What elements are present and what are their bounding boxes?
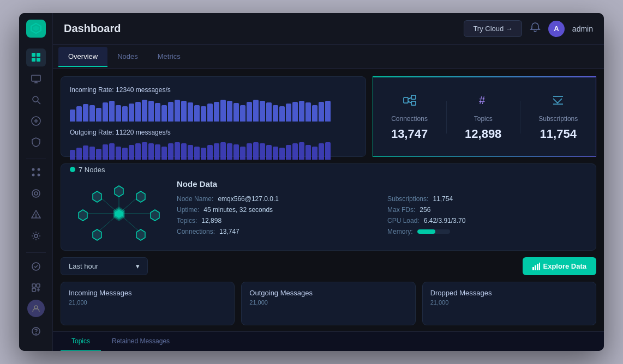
- nodes-left-panel: 7 Nodes: [70, 166, 168, 249]
- tab-overview[interactable]: Overview: [58, 47, 107, 67]
- svg-rect-3: [37, 53, 40, 57]
- bar: [76, 106, 82, 122]
- bar: [312, 147, 318, 160]
- incoming-messages-value: 21,000: [69, 299, 226, 306]
- try-cloud-button[interactable]: Try Cloud →: [464, 20, 522, 37]
- bar: [319, 143, 324, 160]
- sidebar-item-settings[interactable]: [26, 227, 46, 245]
- cpu-load-field: CPU Load: 6.42/3.91/3.70: [387, 217, 587, 225]
- try-cloud-label: Try Cloud →: [473, 25, 512, 33]
- bar: [161, 147, 167, 160]
- outgoing-bar-chart: [70, 142, 357, 160]
- sidebar-item-plugins[interactable]: [26, 278, 46, 296]
- bar: [325, 101, 331, 122]
- svg-marker-44: [115, 186, 123, 197]
- bar: [299, 101, 304, 122]
- svg-rect-4: [32, 58, 35, 62]
- time-selector[interactable]: Last hour ▾: [61, 257, 148, 275]
- sidebar-item-dashboard[interactable]: [26, 48, 46, 66]
- subscriptions-value: 11,754: [540, 127, 577, 141]
- sidebar: [19, 13, 53, 351]
- bar: [279, 148, 285, 160]
- bar: [155, 103, 160, 122]
- nodes-card: 7 Nodes: [61, 163, 596, 251]
- svg-marker-1: [33, 26, 39, 31]
- svg-point-17: [37, 174, 40, 177]
- sidebar-item-apps[interactable]: [26, 163, 46, 181]
- svg-rect-25: [37, 284, 40, 287]
- sidebar-item-alerts[interactable]: [26, 206, 46, 224]
- sidebar-item-search[interactable]: [26, 91, 46, 109]
- user-avatar: A: [548, 21, 565, 37]
- explore-data-button[interactable]: Explore Data: [523, 257, 596, 275]
- connections-value: 13,747: [391, 127, 428, 141]
- bar: [148, 143, 154, 160]
- bar: [220, 100, 226, 122]
- bar: [220, 142, 226, 160]
- bar: [181, 143, 187, 160]
- bar: [305, 102, 311, 122]
- bar: [122, 106, 128, 122]
- bar: [325, 142, 331, 160]
- bar: [286, 104, 291, 122]
- sidebar-item-shield[interactable]: [26, 133, 46, 151]
- node-graph: [70, 178, 168, 249]
- bar: [175, 142, 180, 160]
- bar: [292, 102, 298, 122]
- svg-rect-2: [32, 53, 35, 57]
- bar: [109, 101, 115, 122]
- bar: [161, 105, 167, 122]
- bar: [122, 148, 128, 160]
- bar: [96, 149, 101, 160]
- bar: [155, 144, 160, 160]
- bar: [89, 105, 95, 122]
- svg-line-10: [38, 101, 40, 104]
- tab-metrics[interactable]: Metrics: [148, 47, 190, 67]
- sidebar-divider-2: [26, 252, 46, 253]
- bar: [76, 148, 82, 160]
- sidebar-item-monitor[interactable]: [26, 70, 46, 88]
- bottom-tab-topics[interactable]: Topics: [61, 332, 101, 351]
- bar: [129, 104, 134, 122]
- bar: [96, 108, 101, 122]
- dropped-messages-value: 21,000: [430, 299, 588, 306]
- bar: [70, 110, 75, 122]
- app-logo[interactable]: [26, 20, 46, 38]
- bar: [135, 143, 141, 160]
- svg-rect-30: [404, 98, 408, 103]
- memory-bar-fill: [417, 229, 435, 234]
- bar: [194, 105, 200, 122]
- outgoing-rate-label: Outgoing Rate: 11220 messages/s: [70, 127, 357, 137]
- svg-point-21: [35, 217, 36, 217]
- tab-nodes[interactable]: Nodes: [107, 47, 148, 67]
- sidebar-item-help[interactable]: [26, 321, 46, 341]
- bar: [181, 101, 187, 122]
- subscriptions-field: Subscriptions: 11,754: [387, 195, 587, 203]
- bar: [188, 145, 193, 160]
- bar: [247, 143, 252, 160]
- stat-divider-2: [520, 101, 520, 134]
- bar: [233, 103, 239, 122]
- bar: [253, 142, 259, 160]
- connections-label: Connections: [391, 115, 428, 123]
- bar: [214, 102, 219, 122]
- bar: [286, 145, 291, 160]
- svg-rect-57: [539, 263, 540, 270]
- max-fds-field: Max FDs: 256: [387, 206, 587, 214]
- bar: [253, 100, 259, 122]
- sidebar-item-security[interactable]: [26, 257, 46, 275]
- sidebar-item-add[interactable]: [26, 112, 46, 130]
- nodes-data-panel: Node Data Node Name: emqx566@127.0.0.1 S…: [177, 174, 587, 241]
- svg-point-16: [32, 174, 34, 177]
- svg-rect-55: [535, 265, 536, 270]
- svg-rect-32: [411, 101, 416, 105]
- connections-icon: [403, 93, 417, 111]
- notification-button[interactable]: [530, 22, 541, 35]
- topics-label: Topics: [474, 115, 493, 123]
- svg-line-33: [408, 98, 411, 99]
- memory-bar: [417, 229, 450, 234]
- bar: [273, 105, 278, 122]
- sidebar-item-circle[interactable]: [26, 185, 46, 203]
- dashboard-body: Incoming Rate: 12340 messages/s Outgoing…: [53, 69, 604, 331]
- bottom-tab-retained[interactable]: Retained Messages: [101, 332, 181, 351]
